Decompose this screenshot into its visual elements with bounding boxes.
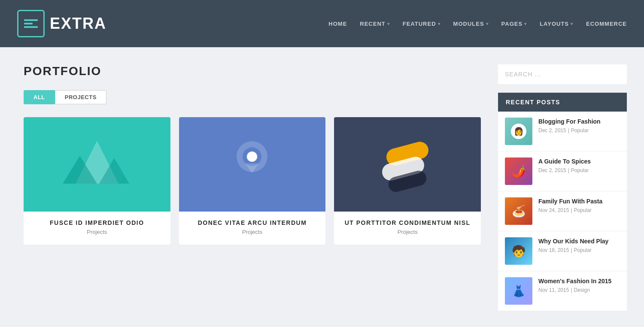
post-info: Family Fun With Pasta Nov 24, 2015|Popul… (538, 197, 620, 225)
nav-label: LAYOUTS (540, 21, 569, 27)
chevron-down-icon: ▾ (571, 21, 573, 26)
post-meta: Nov 11, 2015|Design (538, 287, 620, 293)
main-layout: PORTFOLIO ALLPROJECTS FUSCE ID IMPERDIET… (0, 47, 644, 327)
post-thumb: 🌶️ (505, 157, 532, 185)
recent-post-item[interactable]: 🍝 Family Fun With Pasta Nov 24, 2015|Pop… (498, 191, 627, 231)
main-nav: HOMERECENT▾FEATURED▾MODULES▾PAGES▾LAYOUT… (328, 21, 627, 27)
filter-tab-projects[interactable]: PROJECTS (55, 90, 106, 104)
post-meta: Dec 2, 2015|Popular (538, 167, 620, 173)
nav-label: ECOMMERCE (586, 21, 627, 27)
recent-post-item[interactable]: 🧒 Why Our Kids Need Play Nov 18, 2015|Po… (498, 231, 627, 271)
recent-post-item[interactable]: 👩 Blogging For Fashion Dec 2, 2015|Popul… (498, 112, 627, 151)
nav-item-featured[interactable]: FEATURED▾ (403, 21, 440, 27)
chevron-down-icon: ▾ (524, 21, 527, 26)
card-image-3 (334, 117, 481, 212)
card-title-3: UT PORTTITOR CONDIMENTUM NISL (341, 219, 474, 226)
post-title: Blogging For Fashion (538, 118, 620, 125)
portfolio-card[interactable]: DONEC VITAE ARCU INTERDUM Projects (179, 117, 326, 245)
logo-icon (17, 10, 45, 37)
search-input[interactable] (505, 71, 620, 78)
portfolio-card[interactable]: UT PORTTITOR CONDIMENTUM NISL Projects (334, 117, 481, 245)
card-image-2 (179, 117, 326, 212)
post-title: Family Fun With Pasta (538, 197, 620, 205)
logo[interactable]: EXTRA (17, 10, 106, 37)
post-thumb: 🍝 (505, 197, 532, 225)
post-title: Women's Fashion In 2015 (538, 277, 620, 285)
nav-label: MODULES (453, 21, 484, 27)
post-info: Blogging For Fashion Dec 2, 2015|Popular (538, 118, 620, 145)
nav-label: FEATURED (403, 21, 436, 27)
page-title: PORTFOLIO (24, 64, 481, 78)
post-title: A Guide To Spices (538, 157, 620, 165)
post-thumb: 👗 (505, 277, 532, 305)
card-body-2: DONEC VITAE ARCU INTERDUM Projects (179, 212, 326, 245)
post-meta: Nov 18, 2015|Popular (538, 247, 620, 253)
post-info: Why Our Kids Need Play Nov 18, 2015|Popu… (538, 237, 620, 265)
search-box[interactable] (498, 64, 627, 84)
portfolio-card[interactable]: FUSCE ID IMPERDIET ODIO Projects (24, 117, 170, 245)
card-category-3: Projects (341, 229, 474, 235)
nav-item-pages[interactable]: PAGES▾ (501, 21, 527, 27)
filter-tabs: ALLPROJECTS (24, 90, 481, 104)
card-title-2: DONEC VITAE ARCU INTERDUM (186, 219, 319, 226)
nav-item-modules[interactable]: MODULES▾ (453, 21, 489, 27)
card-image-1 (24, 117, 170, 212)
nav-item-recent[interactable]: RECENT▾ (360, 21, 389, 27)
nav-label: HOME (328, 21, 347, 27)
nav-label: RECENT (360, 21, 385, 27)
portfolio-grid: FUSCE ID IMPERDIET ODIO Projects DON (24, 117, 481, 245)
card-body-1: FUSCE ID IMPERDIET ODIO Projects (24, 212, 170, 245)
nav-item-layouts[interactable]: LAYOUTS▾ (540, 21, 573, 27)
header: EXTRA HOMERECENT▾FEATURED▾MODULES▾PAGES▾… (0, 0, 644, 47)
recent-posts-title: RECENT POSTS (498, 93, 627, 112)
card-title-1: FUSCE ID IMPERDIET ODIO (30, 219, 164, 226)
chevron-down-icon: ▾ (438, 21, 440, 26)
filter-tab-all[interactable]: ALL (24, 90, 55, 104)
recent-post-item[interactable]: 👗 Women's Fashion In 2015 Nov 11, 2015|D… (498, 271, 627, 311)
svg-rect-0 (24, 19, 38, 21)
post-thumb: 🧒 (505, 237, 532, 265)
nav-item-home[interactable]: HOME (328, 21, 347, 27)
card-body-3: UT PORTTITOR CONDIMENTUM NISL Projects (334, 212, 481, 245)
card-category-1: Projects (30, 229, 164, 235)
svg-rect-2 (24, 26, 38, 28)
post-meta: Dec 2, 2015|Popular (538, 127, 620, 133)
recent-posts-list: 👩 Blogging For Fashion Dec 2, 2015|Popul… (498, 112, 627, 311)
recent-post-item[interactable]: 🌶️ A Guide To Spices Dec 2, 2015|Popular (498, 151, 627, 191)
nav-label: PAGES (501, 21, 523, 27)
svg-point-8 (247, 151, 257, 162)
post-info: Women's Fashion In 2015 Nov 11, 2015|Des… (538, 277, 620, 305)
chevron-down-icon: ▾ (387, 21, 390, 26)
svg-rect-1 (24, 23, 33, 24)
card-category-2: Projects (186, 229, 319, 235)
content-area: PORTFOLIO ALLPROJECTS FUSCE ID IMPERDIET… (24, 64, 481, 311)
logo-text: EXTRA (50, 15, 106, 33)
chevron-down-icon: ▾ (486, 21, 489, 26)
post-info: A Guide To Spices Dec 2, 2015|Popular (538, 157, 620, 185)
post-title: Why Our Kids Need Play (538, 237, 620, 245)
sidebar: RECENT POSTS 👩 Blogging For Fashion Dec … (498, 64, 627, 311)
post-meta: Nov 24, 2015|Popular (538, 207, 620, 213)
recent-posts-widget: RECENT POSTS 👩 Blogging For Fashion Dec … (498, 93, 627, 311)
nav-item-ecommerce[interactable]: ECOMMERCE (586, 21, 627, 27)
post-thumb: 👩 (505, 118, 532, 145)
